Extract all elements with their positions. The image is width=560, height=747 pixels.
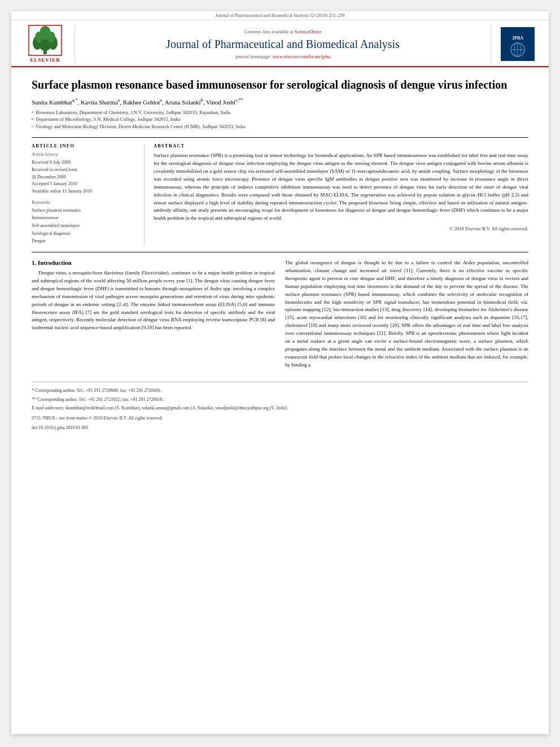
svg-text:JPBA: JPBA <box>512 36 523 41</box>
journal-header: ELSEVIER Contents lists available at Sci… <box>11 20 549 67</box>
abstract-header: ABSTRACT <box>154 143 528 148</box>
authors-line: Sunita Kumbhata,*, Kavita Sharmaa, Rakhe… <box>32 98 528 106</box>
journal-homepage-line: journal homepage: www.elsevier.com/locat… <box>235 54 330 59</box>
article-info-column: ARTICLE INFO Article history: Received 9… <box>32 143 145 245</box>
keywords-list: Surface plasmon resonance Immunosensor S… <box>32 207 137 245</box>
svg-point-6 <box>47 32 55 43</box>
jpba-logo: JPBA <box>501 27 535 61</box>
footnote-2: ** Corresponding author. Tel.: +91 291 2… <box>32 396 528 404</box>
footnote-emails: E-mail addresses: skumbhat@rediffmail.co… <box>32 404 528 412</box>
affiliations: a Biosensor Laboratory, Department of Ch… <box>32 109 528 130</box>
journal-reference-bar: Journal of Pharmaceutical and Biomedical… <box>11 11 549 20</box>
contents-line: Contents lists available at ScienceDirec… <box>244 29 322 34</box>
article-body: Surface plasmon resonance based immunose… <box>11 67 549 443</box>
intro-text-right: The global resurgence of dengue is thoug… <box>285 259 528 369</box>
elsevier-tree-icon <box>28 25 62 56</box>
article-title: Surface plasmon resonance based immunose… <box>32 77 528 92</box>
intro-title: 1. Introduction <box>32 259 275 266</box>
keywords-label: Keywords: <box>32 200 137 205</box>
jpba-logo-box: JPBA <box>498 25 537 63</box>
journal-title-block: Contents lists available at ScienceDirec… <box>75 25 491 63</box>
article-info-header: ARTICLE INFO <box>32 143 137 148</box>
footnotes-area: * Corresponding author. Tel.: +91 291 27… <box>32 382 528 432</box>
intro-text-left: Dengue virus, a mosquito-born flavivirus… <box>32 269 275 333</box>
svg-point-5 <box>35 32 43 43</box>
body-right-column: The global resurgence of dengue is thoug… <box>285 259 528 373</box>
journal-title: Journal of Pharmaceutical and Biomedical… <box>166 37 400 51</box>
abstract-column: ABSTRACT Surface plasmon resonance (SPR)… <box>154 143 528 245</box>
main-body: 1. Introduction Dengue virus, a mosquito… <box>32 252 528 432</box>
copyright-footer: 0731-7085/$ – see front matter © 2010 El… <box>32 414 528 422</box>
doi-line: doi:10.1016/j.jpba.2010.01.001 <box>32 424 528 432</box>
article-history-label: Article history: <box>32 152 137 157</box>
homepage-url[interactable]: www.elsevier.com/locate/jpba <box>273 54 330 59</box>
page: Journal of Pharmaceutical and Biomedical… <box>11 11 549 734</box>
journal-reference-text: Journal of Pharmaceutical and Biomedical… <box>216 13 345 18</box>
footnote-1: * Corresponding author. Tel.: +91 291 27… <box>32 387 528 395</box>
elsevier-label: ELSEVIER <box>30 57 60 63</box>
article-info-abstract-section: ARTICLE INFO Article history: Received 9… <box>32 137 528 245</box>
abstract-text: Surface plasmon resonance (SPR) is a pro… <box>154 152 528 222</box>
elsevier-logo: ELSEVIER <box>23 25 68 63</box>
sciencedirect-link[interactable]: ScienceDirect <box>295 29 322 34</box>
body-columns: 1. Introduction Dengue virus, a mosquito… <box>32 259 528 373</box>
body-left-column: 1. Introduction Dengue virus, a mosquito… <box>32 259 275 373</box>
copyright-line: © 2010 Elsevier B.V. All rights reserved… <box>154 226 528 231</box>
article-dates: Received 9 July 2009 Received in revised… <box>32 159 137 195</box>
